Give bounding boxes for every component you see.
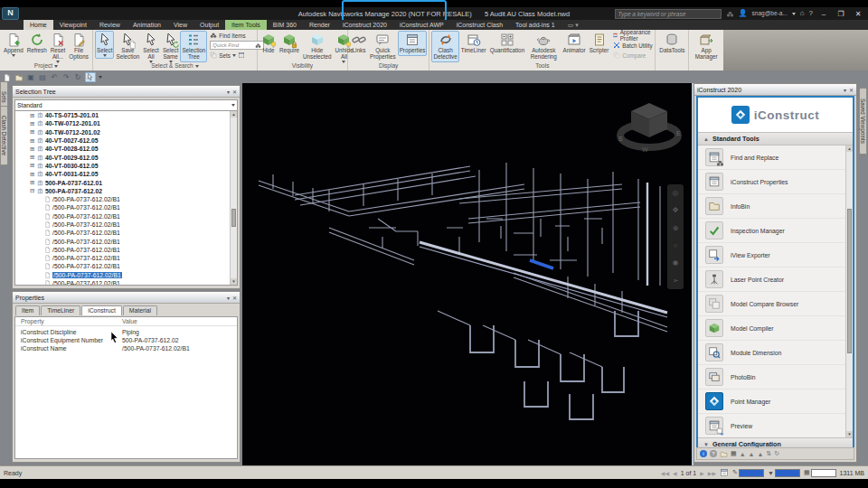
tree-item[interactable]: /500-PA-0737-612.02/B1 (15, 262, 237, 270)
tool-iview-exporter[interactable]: iView Exporter (698, 243, 853, 267)
tab-animation[interactable]: Animation (127, 20, 167, 30)
tree-item[interactable]: /500-PA-0737-612.02/B1 (15, 237, 237, 245)
sidebar-tab-clash-detective[interactable]: Clash Detective (0, 106, 8, 165)
grid-icon[interactable]: ▦ (731, 450, 737, 457)
hide-unselected-button[interactable]: Hide Unselected (301, 31, 334, 62)
clash-detective-button[interactable]: Clash Detective (431, 31, 459, 62)
require-button[interactable]: Require (278, 31, 301, 56)
tree-item[interactable]: /500-PA-0737-612.02/B1 (15, 195, 237, 203)
tab-iconstruct-awp[interactable]: iConstruct AWP (393, 20, 450, 30)
about-icon[interactable]: ? (710, 450, 717, 457)
tree-item[interactable]: ⊞40-TS-0715-201.01 (15, 111, 237, 119)
save-selection-button[interactable]: Save Selection (114, 31, 141, 62)
panel-pin-icon[interactable]: ▾ (227, 89, 230, 95)
tree-item[interactable]: ⊞40-VT-0031-612.05 (15, 170, 237, 178)
tree-item[interactable]: ⊞500-PA-0737-612.01 (15, 178, 237, 186)
redo-icon[interactable]: ↷ (61, 73, 71, 81)
tree-item[interactable]: ⊞40-VT-0029-612.05 (15, 153, 237, 161)
properties-tab-iconstruct[interactable]: iConstruct (81, 305, 122, 315)
properties-tab-timeliner[interactable]: TimeLiner (41, 305, 80, 315)
tool-photobin[interactable]: PhotoBin (698, 365, 853, 389)
search-input[interactable]: Type a keyword or phrase (615, 9, 722, 19)
autodesk-rendering-button[interactable]: Autodesk Rendering (526, 31, 561, 62)
selection-tree-title-bar[interactable]: Selection Tree ▾✕ (13, 86, 240, 98)
tool-inspection-manager[interactable]: Inspection Manager (698, 219, 853, 243)
browse-icon[interactable] (720, 450, 728, 458)
datatools-button[interactable]: DataTools (657, 31, 686, 56)
tab-render[interactable]: Render (303, 20, 336, 30)
prev-page-icon[interactable]: ◀ (673, 470, 677, 476)
tools-scrollbar[interactable]: ▲ ▼ (845, 145, 853, 437)
new-file-icon[interactable] (3, 73, 12, 82)
find-items-button[interactable]: Find Items (210, 31, 264, 40)
toolbar-options-caret-icon[interactable] (99, 76, 102, 79)
group-label-display[interactable]: Display (348, 61, 429, 70)
properties-tab-material[interactable]: Material (123, 305, 157, 315)
view-cube[interactable]: S E W (615, 96, 684, 154)
tool-model-compiler[interactable]: Model Compiler (698, 316, 853, 341)
tab-bim360[interactable]: BIM 360 (267, 20, 303, 30)
tree-item[interactable]: /500-PA-0737-612.02/B1 (15, 221, 237, 229)
selection-tree-list[interactable]: ⊞40-TS-0715-201.01 ⊞40-TW-0712-201.01 ⊞4… (14, 110, 238, 286)
tool-laser-point-creator[interactable]: Laser Point Creator (698, 267, 853, 292)
cursor-icon[interactable]: ➢ (673, 277, 679, 285)
tab-iconstruct-2020[interactable]: iConstruct 2020 (336, 20, 393, 30)
close-button[interactable]: ✕ (852, 9, 864, 19)
pan-icon[interactable]: ✥ (673, 206, 679, 214)
tree-item[interactable]: ⊞40-TW-0712-201.01 (15, 119, 237, 127)
viewport-3d[interactable]: S E W ◎ ✥ ⊕ ○ ◉ ➢ (242, 83, 692, 465)
group-label-tools[interactable]: Tools (429, 61, 655, 70)
animator-button[interactable]: Animator (561, 31, 587, 56)
property-row[interactable]: iConstruct DisciplinePiping (15, 328, 237, 336)
file-options-button[interactable]: File Options (67, 31, 90, 62)
help-icon[interactable]: ? (809, 9, 813, 18)
user-account-label[interactable]: snag@be-a... (752, 9, 788, 18)
tab-home[interactable]: Home (24, 20, 53, 30)
quick-find-input[interactable]: Quick Find (210, 41, 264, 50)
scroll-down-icon[interactable]: ▼ (846, 431, 853, 437)
refresh-button[interactable]: Refresh (25, 31, 49, 56)
tree-item[interactable]: /500-PA-0737-612.02/B1 (15, 229, 237, 237)
tool-point-manager[interactable]: Point Manager (698, 389, 853, 414)
select-all-button[interactable]: Select All (141, 31, 161, 65)
select-button[interactable]: Select (95, 31, 115, 59)
panel-close-icon[interactable]: ✕ (232, 89, 237, 95)
tree-item[interactable]: /500-PA-0737-612.02/B1 (15, 246, 237, 254)
info-icon[interactable]: i (700, 450, 707, 457)
tab-output[interactable]: Output (193, 20, 225, 30)
tree-item[interactable]: /500-PA-0737-612.02/B1 (15, 254, 237, 262)
panel-close-icon[interactable]: ✕ (849, 87, 854, 93)
scroll-down-icon[interactable]: ▼ (231, 278, 237, 285)
undo-icon[interactable]: ↶ (50, 73, 59, 81)
sidebar-tab-saved-viewpoints[interactable]: Saved Viewpoints (859, 88, 867, 155)
select-tool-icon[interactable] (85, 72, 96, 82)
reset-all-button[interactable]: Reset All... (49, 31, 67, 65)
next-page-icon[interactable]: ▶ (700, 470, 704, 476)
select-same-button[interactable]: Select Same (161, 31, 181, 65)
section-standard-tools[interactable]: ▲ Standard Tools (698, 132, 853, 145)
pin-up-icon[interactable]: ▲ (740, 451, 746, 457)
property-row[interactable]: iConstruct Name/500-PA-0737-612.02/B1 (15, 344, 237, 352)
tool-model-compare-browser[interactable]: Model Compare Browser (698, 292, 853, 316)
iconstruct-title-bar[interactable]: iConstruct 2020 ▾✕ (694, 84, 856, 96)
refresh-model-icon[interactable]: ↻ (73, 73, 82, 81)
open-file-icon[interactable] (14, 73, 24, 82)
tab-iconstruct-clash[interactable]: iConstruct Clash (450, 20, 509, 30)
restore-button[interactable]: ❐ (835, 9, 847, 19)
navigation-bar[interactable]: ◎ ✥ ⊕ ○ ◉ ➢ (667, 184, 684, 289)
tree-item[interactable]: ⊞40-VT-0030-612.05 (15, 162, 237, 170)
panel-close-icon[interactable]: ✕ (232, 295, 237, 301)
group-label-project[interactable]: Project (0, 61, 92, 70)
minimize-button[interactable]: – (817, 9, 830, 19)
panel-pin-icon[interactable]: ▾ (844, 87, 846, 93)
quantification-button[interactable]: Quantification (488, 31, 527, 56)
appearance-profiler-button[interactable]: Appearance Profiler (613, 31, 653, 40)
tool-preview[interactable]: Preview (698, 414, 853, 437)
search-binoculars-icon[interactable] (726, 10, 734, 18)
zoom-icon[interactable]: ⊕ (673, 224, 679, 232)
panel-pin-icon[interactable]: ▾ (227, 295, 230, 301)
pin-up2-icon[interactable]: ▲ (749, 451, 755, 457)
tree-scrollbar[interactable]: ▲ ▼ (230, 111, 237, 285)
tree-item[interactable]: /500-PA-0737-612.02/B1 (15, 212, 237, 221)
group-label-select-search[interactable]: Select & Search (93, 61, 257, 70)
